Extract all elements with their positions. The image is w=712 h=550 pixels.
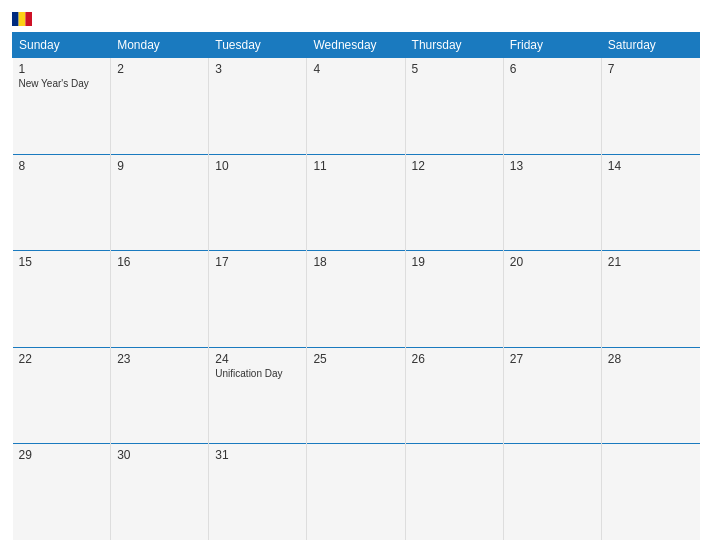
day-cell: 5 xyxy=(405,58,503,155)
day-cell: 1New Year's Day xyxy=(13,58,111,155)
day-number: 28 xyxy=(608,352,694,366)
day-number: 30 xyxy=(117,448,202,462)
week-row: 293031 xyxy=(13,444,700,541)
day-cell: 29 xyxy=(13,444,111,541)
day-cell: 28 xyxy=(601,347,699,444)
day-cell: 30 xyxy=(111,444,209,541)
day-cell: 9 xyxy=(111,154,209,251)
day-number: 9 xyxy=(117,159,202,173)
svg-rect-3 xyxy=(25,12,32,26)
day-cell: 16 xyxy=(111,251,209,348)
day-number: 20 xyxy=(510,255,595,269)
day-number: 29 xyxy=(19,448,105,462)
day-cell: 26 xyxy=(405,347,503,444)
day-cell: 4 xyxy=(307,58,405,155)
day-number: 3 xyxy=(215,62,300,76)
day-cell: 15 xyxy=(13,251,111,348)
day-number: 25 xyxy=(313,352,398,366)
weekday-header: Thursday xyxy=(405,33,503,58)
week-row: 1New Year's Day234567 xyxy=(13,58,700,155)
day-number: 31 xyxy=(215,448,300,462)
day-number: 1 xyxy=(19,62,105,76)
day-number: 8 xyxy=(19,159,105,173)
flag-icon xyxy=(12,12,32,26)
day-cell: 14 xyxy=(601,154,699,251)
week-row: 15161718192021 xyxy=(13,251,700,348)
day-number: 16 xyxy=(117,255,202,269)
day-cell: 31 xyxy=(209,444,307,541)
day-cell xyxy=(601,444,699,541)
day-number: 24 xyxy=(215,352,300,366)
holiday-label: Unification Day xyxy=(215,368,300,379)
svg-rect-2 xyxy=(19,12,26,26)
day-cell: 13 xyxy=(503,154,601,251)
day-number: 22 xyxy=(19,352,105,366)
day-number: 27 xyxy=(510,352,595,366)
calendar-body: 1New Year's Day2345678910111213141516171… xyxy=(13,58,700,541)
day-number: 23 xyxy=(117,352,202,366)
day-number: 11 xyxy=(313,159,398,173)
day-cell: 20 xyxy=(503,251,601,348)
weekday-header: Saturday xyxy=(601,33,699,58)
day-cell: 3 xyxy=(209,58,307,155)
day-cell: 23 xyxy=(111,347,209,444)
day-number: 7 xyxy=(608,62,694,76)
day-number: 6 xyxy=(510,62,595,76)
weekday-header: Tuesday xyxy=(209,33,307,58)
day-number: 17 xyxy=(215,255,300,269)
day-number: 26 xyxy=(412,352,497,366)
day-number: 10 xyxy=(215,159,300,173)
day-number: 15 xyxy=(19,255,105,269)
day-number: 5 xyxy=(412,62,497,76)
day-cell: 19 xyxy=(405,251,503,348)
day-number: 21 xyxy=(608,255,694,269)
weekday-header: Monday xyxy=(111,33,209,58)
day-number: 14 xyxy=(608,159,694,173)
day-cell: 12 xyxy=(405,154,503,251)
day-cell: 24Unification Day xyxy=(209,347,307,444)
day-number: 13 xyxy=(510,159,595,173)
weekday-header: Sunday xyxy=(13,33,111,58)
day-cell: 7 xyxy=(601,58,699,155)
day-cell: 27 xyxy=(503,347,601,444)
day-cell: 2 xyxy=(111,58,209,155)
day-number: 12 xyxy=(412,159,497,173)
day-cell xyxy=(503,444,601,541)
day-number: 19 xyxy=(412,255,497,269)
holiday-label: New Year's Day xyxy=(19,78,105,89)
day-cell: 10 xyxy=(209,154,307,251)
week-row: 222324Unification Day25262728 xyxy=(13,347,700,444)
week-row: 891011121314 xyxy=(13,154,700,251)
header xyxy=(12,10,700,28)
calendar-table: SundayMondayTuesdayWednesdayThursdayFrid… xyxy=(12,32,700,540)
day-cell: 21 xyxy=(601,251,699,348)
weekday-header: Wednesday xyxy=(307,33,405,58)
calendar-header: SundayMondayTuesdayWednesdayThursdayFrid… xyxy=(13,33,700,58)
weekday-header: Friday xyxy=(503,33,601,58)
day-number: 18 xyxy=(313,255,398,269)
day-cell: 22 xyxy=(13,347,111,444)
day-cell: 11 xyxy=(307,154,405,251)
day-number: 4 xyxy=(313,62,398,76)
day-cell: 18 xyxy=(307,251,405,348)
logo xyxy=(12,10,36,28)
day-cell xyxy=(307,444,405,541)
day-cell: 8 xyxy=(13,154,111,251)
day-cell: 6 xyxy=(503,58,601,155)
weekday-row: SundayMondayTuesdayWednesdayThursdayFrid… xyxy=(13,33,700,58)
svg-rect-1 xyxy=(12,12,19,26)
day-number: 2 xyxy=(117,62,202,76)
day-cell xyxy=(405,444,503,541)
day-cell: 25 xyxy=(307,347,405,444)
calendar-page: SundayMondayTuesdayWednesdayThursdayFrid… xyxy=(0,0,712,550)
day-cell: 17 xyxy=(209,251,307,348)
